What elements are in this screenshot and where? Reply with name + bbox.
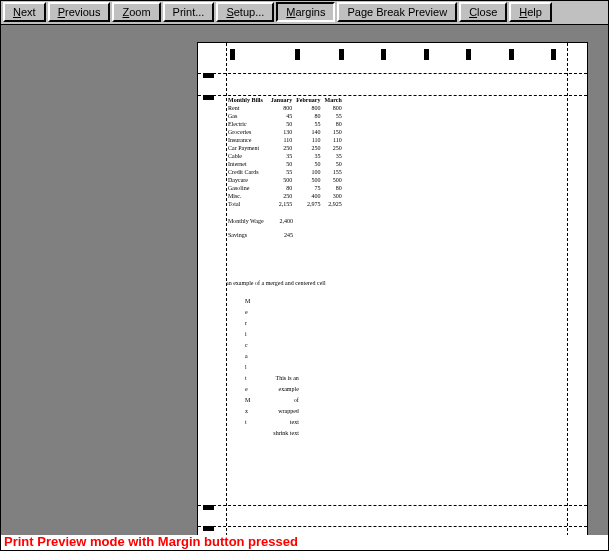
margin-line-bottom[interactable] [198, 505, 587, 506]
wage-table: Monthly Wage2,400 Savings245 [226, 217, 299, 239]
previous-button[interactable]: Previous [48, 2, 111, 22]
table-row: Gas458055 [226, 112, 344, 120]
column-width-handle[interactable] [230, 49, 235, 60]
table-row: Cable353535 [226, 152, 344, 160]
table-row: Gasoline807580 [226, 184, 344, 192]
margins-button[interactable]: Margins [276, 2, 335, 22]
wrap-table: MericaltThis is aneexampleMofxwrappedtte… [242, 295, 302, 440]
table-row: Rent800800800 [226, 104, 344, 112]
table-row: Internet505050 [226, 160, 344, 168]
page-break-preview-button[interactable]: Page Break Preview [337, 2, 457, 22]
zoom-button[interactable]: Zoom [112, 2, 160, 22]
table-row: Insurance110110110 [226, 136, 344, 144]
table-row: Credit Cards55100155 [226, 168, 344, 176]
toolbar: Next Previous Zoom Print... Setup... Mar… [1, 1, 608, 25]
merged-cell-text: an example of a merged and centered cell [226, 279, 567, 287]
preview-area: Monthly BillsJanuaryFebruaryMarch Rent80… [1, 25, 608, 535]
print-button[interactable]: Print... [163, 2, 215, 22]
page-content: Monthly BillsJanuaryFebruaryMarch Rent80… [226, 96, 567, 496]
table-header: February [294, 96, 322, 104]
margin-line-right[interactable] [567, 43, 568, 535]
table-row: Car Payment250250250 [226, 144, 344, 152]
column-width-handle[interactable] [424, 49, 429, 60]
margin-line-bottom-footer[interactable] [198, 526, 587, 527]
setup-button[interactable]: Setup... [216, 2, 274, 22]
budget-table: Monthly BillsJanuaryFebruaryMarch Rent80… [226, 96, 344, 208]
column-width-handle[interactable] [466, 49, 471, 60]
table-row: Groceries130140150 [226, 128, 344, 136]
next-button[interactable]: Next [3, 2, 46, 22]
figure-caption: Print Preview mode with Margin button pr… [4, 534, 298, 549]
table-header: January [269, 96, 294, 104]
column-width-handle[interactable] [551, 49, 556, 60]
table-header: March [323, 96, 344, 104]
help-button[interactable]: Help [509, 2, 552, 22]
table-row: Misc.250400300 [226, 192, 344, 200]
table-header: Monthly Bills [226, 96, 269, 104]
close-button[interactable]: Close [459, 2, 507, 22]
column-width-handle[interactable] [509, 49, 514, 60]
margin-line-top-header[interactable] [198, 73, 587, 74]
column-width-handle[interactable] [295, 49, 300, 60]
column-width-handle[interactable] [381, 49, 386, 60]
table-row: Electric505580 [226, 120, 344, 128]
table-row: Daycare500500500 [226, 176, 344, 184]
preview-page: Monthly BillsJanuaryFebruaryMarch Rent80… [197, 42, 588, 535]
column-width-handle[interactable] [339, 49, 344, 60]
table-row: Total2,1552,9752,925 [226, 200, 344, 208]
